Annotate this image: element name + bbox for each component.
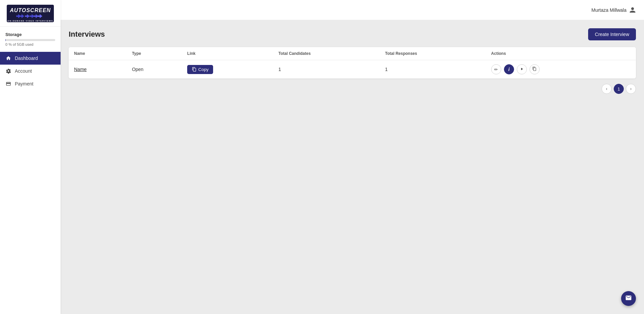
interview-name-link[interactable]: Name (74, 67, 87, 72)
actions-cell: ✏ i (491, 64, 631, 74)
storage-bar-background (5, 39, 55, 41)
storage-section: Storage 0 % of 5GB used (0, 27, 61, 49)
col-total-candidates: Total Candidates (273, 47, 380, 60)
sidebar-nav: Dashboard Account Payment (0, 49, 61, 314)
cell-total-responses: 1 (380, 60, 486, 79)
duplicate-icon (532, 67, 537, 72)
logo-svg: AUTOSCREEN ON-DEMAND VIDEO INTERVIEWS (7, 5, 54, 22)
col-actions: Actions (486, 47, 636, 60)
cell-actions: ✏ i (486, 60, 636, 79)
content-area: Interviews Create Interview Name Type Li… (61, 20, 644, 314)
table-header-row: Name Type Link Total Candidates Total Re… (69, 47, 636, 60)
payment-label: Payment (15, 81, 33, 86)
send-icon (520, 67, 524, 72)
next-page-button[interactable]: › (626, 84, 636, 94)
col-total-responses: Total Responses (380, 47, 486, 60)
dashboard-label: Dashboard (15, 56, 38, 61)
storage-text: 0 % of 5GB used (5, 42, 55, 46)
account-label: Account (15, 68, 32, 74)
col-link: Link (182, 47, 273, 60)
page-header: Interviews Create Interview (69, 28, 636, 40)
storage-title: Storage (5, 32, 55, 37)
duplicate-button[interactable] (530, 64, 540, 74)
sidebar-item-payment[interactable]: Payment (0, 77, 61, 90)
svg-text:ON-DEMAND VIDEO INTERVIEWS: ON-DEMAND VIDEO INTERVIEWS (7, 20, 53, 22)
interviews-table: Name Type Link Total Candidates Total Re… (69, 47, 636, 78)
interviews-table-container: Name Type Link Total Candidates Total Re… (69, 47, 636, 78)
next-icon: › (630, 86, 632, 91)
col-type: Type (127, 47, 182, 60)
pagination: ‹ 1 › (69, 84, 636, 94)
page-1-label: 1 (617, 86, 620, 92)
sidebar: AUTOSCREEN ON-DEMAND VIDEO INTERVIEWS St… (0, 0, 61, 314)
copy-button-label: Copy (198, 67, 208, 72)
topbar: Murtaza Millwala (61, 0, 644, 20)
user-info: Murtaza Millwala (591, 7, 636, 13)
page-1-button[interactable]: 1 (614, 84, 624, 94)
card-icon (5, 81, 11, 87)
edit-icon: ✏ (494, 67, 498, 72)
prev-page-button[interactable]: ‹ (602, 84, 612, 94)
gear-icon (5, 68, 11, 74)
col-name: Name (69, 47, 127, 60)
sidebar-item-account[interactable]: Account (0, 65, 61, 77)
person-icon (629, 7, 636, 13)
home-icon (5, 55, 11, 61)
cell-total-candidates: 1 (273, 60, 380, 79)
cell-type: Open (127, 60, 182, 79)
prev-icon: ‹ (606, 86, 607, 91)
storage-bar-fill (5, 39, 6, 41)
edit-button[interactable]: ✏ (491, 64, 501, 74)
page-title: Interviews (69, 30, 105, 39)
send-button[interactable] (517, 64, 527, 74)
copy-link-button[interactable]: Copy (187, 65, 213, 74)
table-row: Name Open Copy 1 1 (69, 60, 636, 79)
copy-icon (192, 67, 197, 72)
cell-link: Copy (182, 60, 273, 79)
info-button[interactable]: i (504, 64, 514, 74)
create-interview-button[interactable]: Create Interview (588, 28, 636, 40)
info-icon: i (508, 67, 510, 72)
cell-name: Name (69, 60, 127, 79)
user-name: Murtaza Millwala (591, 7, 626, 13)
main-content: Murtaza Millwala Interviews Create Inter… (61, 0, 644, 314)
sidebar-item-dashboard[interactable]: Dashboard (0, 52, 61, 65)
chat-icon (625, 294, 632, 303)
chat-fab-button[interactable] (621, 291, 636, 306)
logo-container: AUTOSCREEN ON-DEMAND VIDEO INTERVIEWS (0, 0, 61, 27)
svg-text:AUTOSCREEN: AUTOSCREEN (9, 7, 51, 13)
